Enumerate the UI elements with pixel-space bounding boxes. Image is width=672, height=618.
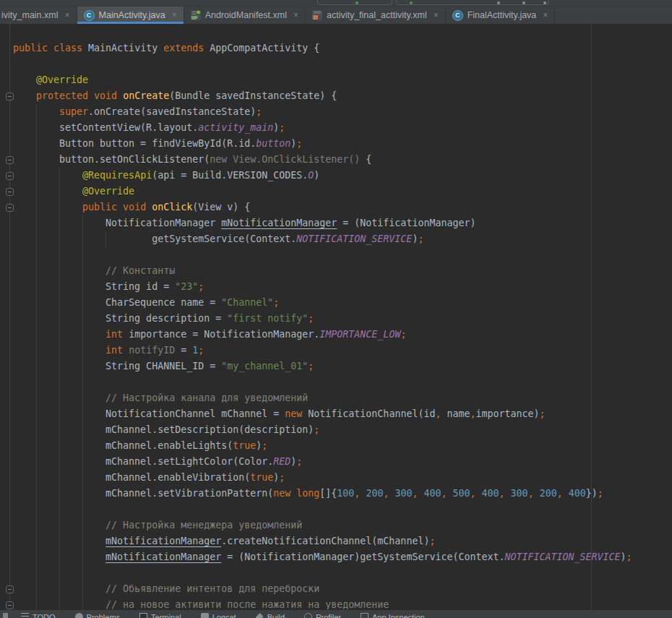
code-token: ; — [400, 329, 406, 340]
code-token: { — [360, 154, 371, 165]
code-token: importance) — [475, 408, 539, 419]
code-token: setContentView(R.layout. — [13, 122, 198, 133]
code-token: importance = NotificationManager. — [123, 329, 319, 340]
code-line: mChannel.setDescription(description); — [0, 422, 672, 438]
tab-bar: ivity_main.xml×CMainActivity.java×MFAndr… — [0, 7, 672, 24]
toolwindow-button-todo[interactable]: TODO — [21, 612, 56, 618]
code-token: NotificationChannel(id — [302, 408, 435, 419]
toolwindow-button-logcat[interactable]: Logcat — [201, 612, 236, 618]
code-token: protected void — [36, 90, 117, 101]
code-token: RED — [273, 456, 290, 467]
code-token: NotificationChannel mChannel = — [13, 408, 285, 419]
code-line: String CHANNEL_ID = "my_channel_01"; — [0, 359, 672, 374]
code-token: 300 — [395, 488, 412, 499]
fold-collapse-icon[interactable]: − — [6, 188, 14, 196]
toolwindow-button-profiler[interactable]: Profiler — [304, 612, 341, 618]
code-token: 400 — [482, 488, 499, 499]
toolwindow-button-label: App Inspection — [372, 612, 425, 618]
code-line: button.setOnClickListener(new View.OnCli… — [0, 152, 672, 168]
code-token: "Channel" — [221, 297, 273, 308]
tab-close-icon[interactable]: × — [293, 11, 298, 20]
tab-close-icon[interactable]: × — [65, 11, 70, 20]
tool-window-corner-icon[interactable] — [3, 613, 8, 618]
run-button-dot[interactable] — [356, 1, 358, 4]
code-token — [13, 583, 105, 594]
code-token: , — [383, 488, 395, 499]
code-token: NOTIFICATION_SERVICE — [296, 233, 412, 244]
code-token: ; — [256, 106, 262, 117]
toolbar-button-dot[interactable] — [522, 1, 525, 4]
code-token: IMPORTANCE_LOW — [319, 329, 400, 340]
editor-tab-ivity-main-xml[interactable]: ivity_main.xml× — [0, 7, 77, 24]
code-token: @RequiresApi — [82, 170, 152, 181]
code-line — [0, 56, 672, 72]
code-line: int notifyID = 1; — [0, 343, 672, 359]
code-token — [146, 202, 152, 213]
editor-tab-androidmanifest-xml[interactable]: MFAndroidManifest.xml× — [184, 7, 306, 24]
toolwindow-button-build[interactable]: Build — [256, 612, 285, 618]
tab-close-icon[interactable]: × — [543, 11, 548, 20]
toolwindow-button-problems[interactable]: Problems — [75, 612, 120, 618]
code-token: mChannel.setDescription(description) — [13, 424, 314, 435]
code-line — [0, 502, 672, 518]
code-token: ; — [296, 456, 302, 467]
fold-collapse-icon[interactable]: − — [6, 172, 14, 180]
code-token: = — [175, 345, 192, 356]
toolwindow-button-terminal[interactable]: Terminal — [139, 612, 181, 618]
code-token — [13, 520, 105, 531]
code-token — [13, 265, 105, 276]
tab-close-icon[interactable]: × — [434, 11, 439, 20]
toolwindow-button-app-inspection[interactable]: App Inspection — [361, 612, 425, 618]
code-editor[interactable]: public class MainActivity extends AppCom… — [0, 24, 672, 609]
fold-collapse-icon[interactable]: − — [6, 601, 14, 609]
tab-close-icon[interactable]: × — [172, 11, 177, 20]
android-green-badge — [197, 11, 200, 14]
code-token — [117, 90, 123, 101]
code-token: ; — [273, 297, 279, 308]
toolbar-button-dot[interactable] — [543, 1, 546, 4]
code-token — [13, 599, 105, 609]
code-line: @Override — [0, 184, 672, 199]
code-token: ) — [621, 552, 626, 562]
code-token: ; — [308, 361, 314, 372]
fold-collapse-icon[interactable]: − — [6, 585, 14, 593]
code-token: // на новое активити после нажатия на ув… — [105, 599, 389, 609]
code-line — [0, 565, 672, 581]
code-line: protected void onCreate(Bundle savedInst… — [0, 88, 672, 104]
code-token: ; — [198, 345, 204, 356]
code-token: , — [528, 488, 540, 499]
code-token — [13, 345, 105, 356]
run-config-outline[interactable] — [396, 0, 549, 5]
code-token: notifyID — [129, 345, 175, 356]
code-token: , — [470, 488, 482, 499]
code-token — [123, 345, 129, 356]
code-line: mChannel.setVibrationPattern(new long[]{… — [0, 486, 672, 502]
run-button-dot[interactable] — [410, 1, 413, 4]
code-token: 400 — [569, 488, 586, 499]
code-line — [0, 374, 672, 390]
code-token: ; — [598, 488, 603, 499]
code-token: "my_channel_01" — [221, 361, 308, 372]
code-token: ; — [429, 536, 435, 546]
code-token — [13, 202, 82, 213]
fold-collapse-icon[interactable]: − — [6, 156, 14, 164]
code-token: new — [285, 408, 302, 419]
code-token: mChannel.enableLights( — [13, 440, 233, 451]
code-token: , — [435, 408, 447, 419]
editor-tab-mainactivity-java[interactable]: CMainActivity.java× — [77, 7, 184, 24]
code-token: CharSequence name = — [13, 297, 221, 308]
code-token: ; — [279, 122, 285, 133]
code-token: NotificationManager — [13, 218, 221, 228]
toolbar-button-dot[interactable] — [497, 1, 500, 4]
code-token: (View v) { — [192, 202, 250, 213]
code-token: // Обьявление интентов для переброски — [105, 583, 319, 594]
status-bar: TODOProblemsTerminalLogcatBuildProfilerA… — [0, 609, 672, 618]
editor-tab-activity-final-acttivity-xml[interactable]: activity_final_acttivity.xml× — [306, 7, 446, 24]
fold-collapse-icon[interactable]: − — [6, 93, 14, 100]
code-token: name — [447, 408, 470, 419]
code-token: ; — [626, 552, 632, 562]
code-line: public class MainActivity extends AppCom… — [0, 40, 672, 56]
run-config-outline[interactable] — [317, 0, 392, 5]
editor-tab-finalacttivity-java[interactable]: CFinalActtivity.java× — [446, 7, 556, 24]
fold-collapse-icon[interactable]: − — [6, 204, 14, 212]
